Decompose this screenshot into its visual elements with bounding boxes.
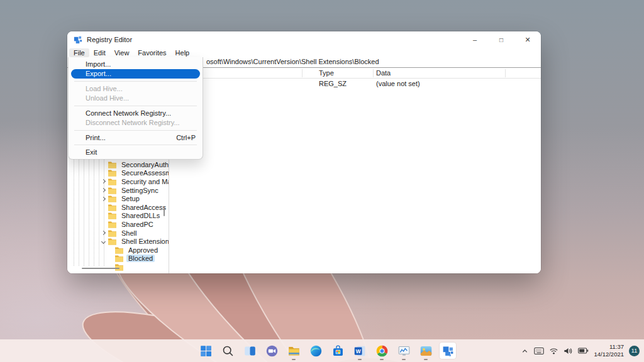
tree-item[interactable]: Shell [67, 229, 169, 238]
volume-button[interactable] [564, 347, 573, 355]
menu-item-connect-network-registry[interactable]: Connect Network Registry... [69, 108, 203, 118]
task-manager-button[interactable] [396, 343, 412, 359]
edge-icon [309, 344, 323, 358]
file-explorer-button[interactable] [286, 343, 302, 359]
start-button[interactable] [197, 343, 214, 359]
menu-item-import[interactable]: Import... [69, 59, 203, 69]
menu-separator [74, 81, 197, 82]
task-view-button[interactable] [242, 343, 258, 359]
menu-help[interactable]: Help [171, 48, 194, 57]
edge-button[interactable] [308, 343, 324, 359]
svg-text:W: W [355, 348, 360, 354]
close-button[interactable]: ✕ [514, 31, 541, 48]
taskbar-icons: W [197, 341, 456, 360]
chevron-down-icon[interactable] [101, 239, 106, 244]
menu-bar: File Edit View Favorites Help [67, 48, 541, 57]
column-separator[interactable] [505, 69, 506, 77]
chevron-right-icon[interactable] [101, 179, 106, 184]
notification-badge[interactable]: 11 [629, 346, 640, 356]
tree-rows: SecondaryAuthF SecureAssessmen Security … [67, 160, 169, 272]
tree-item[interactable]: SharedPC [67, 220, 169, 229]
folder-icon [114, 246, 124, 254]
registry-editor-icon [73, 35, 82, 45]
photos-button[interactable] [418, 343, 434, 359]
keyboard-icon [534, 347, 544, 355]
photos-icon [419, 344, 433, 358]
column-header-data[interactable]: Data [376, 69, 391, 77]
folder-icon [108, 229, 117, 237]
tree-vertical-scrollbar[interactable] [164, 206, 165, 216]
menu-favorites[interactable]: Favorites [133, 48, 170, 57]
chrome-button[interactable] [374, 343, 390, 359]
tree-item[interactable]: SettingSync [67, 186, 169, 195]
task-manager-icon [397, 344, 411, 358]
file-explorer-icon [287, 344, 301, 358]
menu-separator [74, 130, 197, 131]
window-title: Registry Editor [87, 36, 132, 43]
hidden-icons-chevron[interactable] [521, 347, 529, 355]
folder-icon [108, 204, 117, 211]
tree-item-partial[interactable] [67, 263, 169, 272]
column-separator[interactable] [373, 69, 374, 77]
address-path: osoft\Windows\CurrentVersion\Shell Exten… [206, 58, 379, 65]
system-tray: 11:37 14/12/2021 11 [521, 339, 640, 362]
menu-view[interactable]: View [110, 48, 134, 57]
clock[interactable]: 11:37 14/12/2021 [594, 343, 624, 359]
wifi-icon [549, 347, 558, 355]
folder-icon [108, 195, 117, 202]
folder-icon [108, 161, 117, 168]
titlebar[interactable]: Registry Editor – □ ✕ [67, 31, 541, 48]
menu-item-exit[interactable]: Exit [69, 148, 203, 158]
menu-edit[interactable]: Edit [89, 48, 110, 57]
value-data: (value not set) [376, 80, 420, 87]
column-header-type[interactable]: Type [319, 69, 334, 77]
tree-item[interactable]: Security and Mai [67, 177, 169, 186]
touch-keyboard-button[interactable] [534, 347, 544, 355]
battery-button[interactable] [578, 347, 589, 354]
menu-item-unload-hive[interactable]: Unload Hive... [69, 94, 203, 104]
menu-item-disconnect-network-registry[interactable]: Disconnect Network Registry... [69, 118, 203, 128]
search-button[interactable] [219, 343, 236, 359]
tree-item-selected[interactable]: Blocked [67, 255, 169, 263]
store-icon [331, 344, 345, 358]
tree-item[interactable]: SharedAccess [67, 203, 169, 212]
minimize-button[interactable]: – [462, 31, 488, 48]
tree-item[interactable]: Approved [67, 246, 169, 255]
desktop: Registry Editor – □ ✕ File Edit View Fav… [0, 0, 644, 362]
store-button[interactable] [330, 343, 346, 359]
menu-file[interactable]: File [69, 48, 89, 57]
registry-editor-taskbar-button[interactable] [440, 343, 456, 359]
maximize-button[interactable]: □ [488, 31, 514, 48]
menu-separator [74, 145, 197, 145]
registry-editor-window: Registry Editor – □ ✕ File Edit View Fav… [67, 31, 541, 273]
chevron-right-icon[interactable] [101, 231, 106, 235]
registry-editor-icon [441, 344, 455, 358]
wifi-button[interactable] [549, 347, 558, 355]
value-type: REG_SZ [319, 80, 347, 87]
tree-horizontal-scrollbar[interactable] [82, 268, 119, 269]
value-row[interactable]: REG_SZ (value not set) [169, 80, 541, 89]
chevron-right-icon[interactable] [101, 197, 106, 201]
menu-separator [74, 106, 197, 106]
folder-icon [108, 212, 117, 219]
tree-item[interactable]: SecondaryAuthF [67, 160, 169, 169]
file-menu-dropdown: Import... Export... Load Hive... Unload … [68, 57, 203, 160]
speaker-icon [564, 347, 573, 355]
tree-item[interactable]: SharedDLLs [67, 212, 169, 221]
taskbar: W [0, 339, 644, 362]
word-button[interactable]: W [352, 343, 368, 359]
tree-item[interactable]: Shell Extensions [67, 237, 169, 246]
chevron-right-icon[interactable] [101, 188, 106, 192]
tree-item[interactable]: SecureAssessmen [67, 169, 169, 178]
chevron-up-icon [521, 347, 529, 355]
folder-icon [108, 169, 117, 177]
chat-button[interactable] [264, 343, 280, 359]
menu-item-print[interactable]: Print... Ctrl+P [69, 133, 203, 143]
clock-date: 14/12/2021 [594, 351, 624, 358]
tree-item[interactable]: Setup [67, 194, 169, 203]
menu-item-load-hive[interactable]: Load Hive... [69, 84, 203, 94]
column-separator[interactable] [302, 69, 303, 77]
shortcut-label: Ctrl+P [176, 134, 196, 141]
list-header: Type Data [169, 68, 541, 79]
menu-item-export[interactable]: Export... [71, 69, 200, 79]
